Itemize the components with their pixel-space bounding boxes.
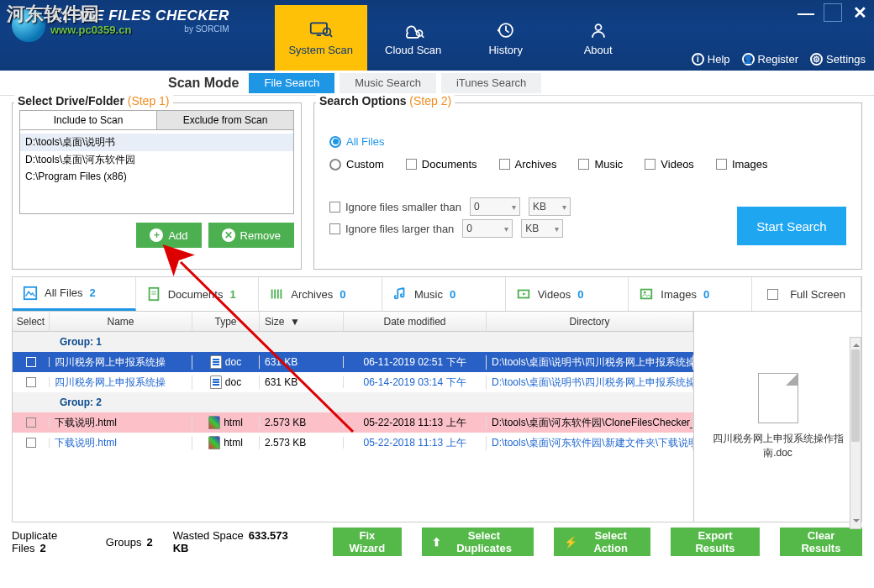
check-ignore-larger[interactable]: Ignore files larger than [329, 223, 454, 235]
row-checkbox[interactable] [26, 357, 36, 367]
remove-folder-button[interactable]: ✕Remove [208, 223, 294, 248]
select-action-button[interactable]: ⚡Select Action [554, 528, 650, 556]
top-links: iHelp 👤Register ⚙Settings [692, 53, 866, 66]
mode-file-search[interactable]: File Search [249, 73, 334, 93]
table-row[interactable]: 下载说明.html html 2.573 KB 05-22-2018 11:13… [13, 433, 693, 453]
folder-list[interactable]: D:\tools\桌面\说明书 D:\tools\桌面\河东软件园 C:\Pro… [19, 130, 294, 214]
selact-label: Select Action [581, 529, 640, 554]
cell-dir: D:\tools\桌面\河东软件园\新建文件夹\下载说明.html [487, 436, 693, 450]
register-link[interactable]: 👤Register [742, 53, 798, 66]
register-label: Register [758, 53, 798, 66]
rtab-videos[interactable]: Videos 0 [506, 277, 629, 311]
allfiles-label: All Files [346, 135, 385, 148]
add-folder-button[interactable]: +Add [136, 223, 201, 248]
mode-itunes-search[interactable]: iTunes Search [441, 73, 541, 93]
larger-value[interactable]: 0 [462, 219, 513, 238]
results-table: Select Name Type Size ▼ Date modified Di… [12, 312, 862, 522]
images-label: Images [732, 158, 768, 171]
larger-unit[interactable]: KB [521, 219, 563, 238]
check-documents[interactable]: Documents [406, 158, 477, 171]
table-row[interactable]: 下载说明.html html 2.573 KB 05-22-2018 11:13… [13, 412, 693, 433]
check-ignore-smaller[interactable]: Ignore files smaller than [329, 201, 461, 213]
tab-history[interactable]: History [460, 5, 552, 71]
th-directory[interactable]: Directory [487, 312, 693, 331]
rtab-documents[interactable]: Documents 1 [136, 277, 260, 311]
clear-results-button[interactable]: Clear Results [780, 528, 862, 556]
rtab-music-count: 0 [450, 288, 455, 301]
tab-about[interactable]: About [552, 5, 645, 71]
svg-point-7 [595, 24, 601, 30]
table-row[interactable]: 四川税务网上申报系统操 doc 631 KB 06-14-2019 03:14 … [13, 372, 693, 392]
larger-label: Ignore files larger than [345, 223, 454, 235]
cell-size: 631 KB [260, 376, 344, 388]
check-images[interactable]: Images [716, 158, 768, 171]
close-button[interactable]: ✕ [850, 3, 869, 22]
cell-date: 06-11-2019 02:51 下午 [344, 355, 487, 370]
titlebar: CLONE FILES CHECKER by SORCIM System Sca… [0, 0, 874, 71]
fix-wizard-button[interactable]: Fix Wizard [333, 528, 402, 556]
panel-search-options: Search Options (Step 2) All Files Custom… [313, 102, 862, 270]
app-title: CLONE FILES CHECKER [52, 8, 229, 24]
tab-about-label: About [584, 44, 613, 56]
vertical-scrollbar[interactable] [850, 337, 861, 529]
export-results-button[interactable]: Export Results [671, 528, 760, 556]
gear-icon: ⚙ [810, 53, 823, 66]
x-icon: ✕ [222, 228, 235, 242]
rtab-all-count: 2 [90, 286, 96, 299]
dup-count: 2 [39, 542, 45, 554]
th-size[interactable]: Size ▼ [260, 312, 344, 331]
rtab-music[interactable]: Music 0 [382, 277, 506, 311]
user-icon: 👤 [742, 53, 755, 66]
allfiles-icon [23, 286, 38, 301]
settings-link[interactable]: ⚙Settings [810, 53, 866, 66]
select-duplicates-button[interactable]: ⬆Select Duplicates [422, 528, 534, 556]
rtab-arch-count: 0 [340, 288, 345, 301]
th-date[interactable]: Date modified [344, 312, 487, 331]
status-bar: Duplicate Files2 Groups2 Wasted Space633… [0, 522, 874, 561]
tab-include[interactable]: Include to Scan [20, 111, 157, 129]
row-checkbox[interactable] [26, 417, 36, 428]
folder-item[interactable]: C:\Program Files (x86) [20, 169, 293, 184]
check-music[interactable]: Music [578, 158, 623, 171]
row-checkbox[interactable] [26, 377, 36, 387]
th-type[interactable]: Type [192, 312, 260, 331]
row-checkbox[interactable] [26, 438, 36, 448]
mode-music-search[interactable]: Music Search [340, 73, 436, 93]
rtab-images[interactable]: Images 0 [629, 277, 752, 311]
bolt-icon: ⚡ [564, 536, 577, 549]
table-header: Select Name Type Size ▼ Date modified Di… [13, 312, 693, 332]
start-search-button[interactable]: Start Search [737, 207, 846, 245]
tab-exclude[interactable]: Exclude from Scan [157, 111, 293, 129]
html-icon [208, 436, 220, 449]
qr-icon[interactable] [824, 3, 842, 22]
monitor-search-icon [309, 20, 333, 40]
rtab-images-count: 0 [703, 288, 709, 301]
folder-item[interactable]: D:\tools\桌面\河东软件园 [20, 151, 293, 169]
cell-dir: D:\tools\桌面\说明书\四川税务网上申报系统操作指南_ [487, 375, 693, 390]
radio-custom[interactable]: Custom [329, 158, 384, 171]
scroll-thumb[interactable] [851, 349, 860, 442]
smaller-value[interactable]: 0 [470, 197, 520, 216]
radio-all-files[interactable]: All Files [329, 135, 385, 148]
fullscreen-toggle[interactable]: Full Screen [752, 277, 861, 311]
th-select[interactable]: Select [13, 312, 50, 331]
rtab-all[interactable]: All Files 2 [13, 277, 136, 311]
check-videos[interactable]: Videos [645, 158, 694, 171]
th-name[interactable]: Name [50, 312, 192, 331]
table-row[interactable]: 四川税务网上申报系统操 doc 631 KB 06-11-2019 02:51 … [13, 352, 693, 372]
rtab-videos-label: Videos [538, 288, 571, 301]
tab-system-scan[interactable]: System Scan [275, 5, 367, 71]
cell-type: doc [225, 356, 241, 368]
archives-icon [269, 286, 284, 302]
videos-icon [516, 286, 531, 302]
cell-date: 05-22-2018 11:13 上午 [344, 416, 487, 430]
arch-label: Archives [515, 158, 557, 171]
tab-cloud-scan[interactable]: Cloud Scan [367, 5, 460, 71]
rtab-videos-count: 0 [577, 288, 583, 301]
check-archives[interactable]: Archives [499, 158, 557, 171]
rtab-archives[interactable]: Archives 0 [259, 277, 382, 311]
smaller-unit[interactable]: KB [529, 197, 571, 216]
help-link[interactable]: iHelp [692, 53, 730, 66]
folder-item[interactable]: D:\tools\桌面\说明书 [20, 134, 293, 151]
minimize-button[interactable]: — [797, 3, 815, 22]
